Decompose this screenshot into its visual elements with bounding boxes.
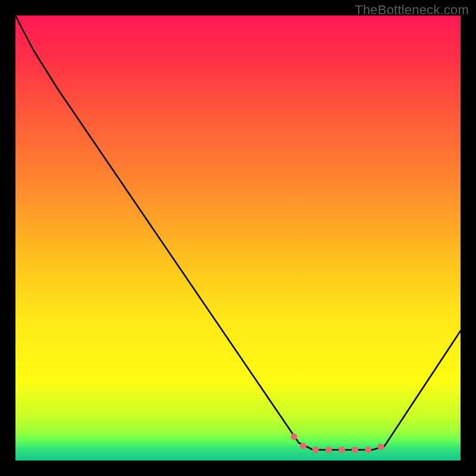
chart-frame <box>15 15 461 461</box>
chart-background <box>15 15 461 461</box>
chart-canvas <box>15 15 461 461</box>
watermark-text: TheBottleneck.com <box>355 2 469 18</box>
